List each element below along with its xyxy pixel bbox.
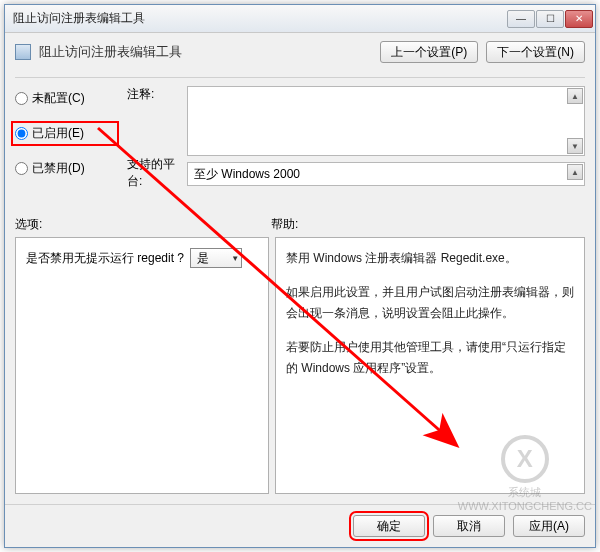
minimize-button[interactable]: — [507,10,535,28]
help-paragraph: 如果启用此设置，并且用户试图启动注册表编辑器，则会出现一条消息，说明设置会阻止此… [286,282,574,325]
options-label: 选项: [15,216,271,233]
help-paragraph: 禁用 Windows 注册表编辑器 Regedit.exe。 [286,248,574,270]
next-setting-button[interactable]: 下一个设置(N) [486,41,585,63]
panes: 是否禁用无提示运行 regedit ? 是 ▼ 禁用 Windows 注册表编辑… [15,237,585,494]
help-label: 帮助: [271,216,298,233]
mid-labels-row: 选项: 帮助: [15,216,585,233]
supported-platform-box: 至少 Windows 2000 ▲ [187,162,585,186]
separator [15,77,585,78]
close-button[interactable]: ✕ [565,10,593,28]
scroll-down-icon[interactable]: ▼ [567,138,583,154]
policy-icon [15,44,31,60]
titlebar: 阻止访问注册表编辑工具 — ☐ ✕ [5,5,595,33]
options-pane: 是否禁用无提示运行 regedit ? 是 ▼ [15,237,269,494]
option-dropdown[interactable]: 是 ▼ [190,248,242,268]
window-title: 阻止访问注册表编辑工具 [13,10,506,27]
radio-not-configured-input[interactable] [15,92,28,105]
state-radios: 未配置(C) 已启用(E) 已禁用(D) [15,86,119,190]
option-row: 是否禁用无提示运行 regedit ? 是 ▼ [26,248,258,268]
comment-textarea[interactable]: ▲ ▼ [187,86,585,156]
help-pane: 禁用 Windows 注册表编辑器 Regedit.exe。 如果启用此设置，并… [275,237,585,494]
option-dropdown-value: 是 [197,250,209,267]
scroll-up-icon[interactable]: ▲ [567,164,583,180]
comment-platform-column: ▲ ▼ 至少 Windows 2000 ▲ [187,86,585,190]
field-labels-column: 注释: 支持的平台: [127,86,179,190]
radio-enabled-input[interactable] [15,127,28,140]
header-row: 阻止访问注册表编辑工具 上一个设置(P) 下一个设置(N) [15,41,585,63]
enabled-highlight: 已启用(E) [11,121,119,146]
help-paragraph: 若要防止用户使用其他管理工具，请使用“只运行指定的 Windows 应用程序”设… [286,337,574,380]
radio-enabled-label: 已启用(E) [32,125,84,142]
dialog-window: 阻止访问注册表编辑工具 — ☐ ✕ 阻止访问注册表编辑工具 上一个设置(P) 下… [4,4,596,548]
dialog-footer: 确定 取消 应用(A) [5,504,595,547]
scroll-up-icon[interactable]: ▲ [567,88,583,104]
radio-disabled-input[interactable] [15,162,28,175]
maximize-button[interactable]: ☐ [536,10,564,28]
apply-button[interactable]: 应用(A) [513,515,585,537]
radio-disabled-label: 已禁用(D) [32,160,85,177]
ok-button[interactable]: 确定 [353,515,425,537]
supported-platform-text: 至少 Windows 2000 [194,166,300,183]
option-question: 是否禁用无提示运行 regedit ? [26,250,184,267]
chevron-down-icon: ▼ [231,254,239,263]
configuration-block: 未配置(C) 已启用(E) 已禁用(D) 注释: 支持的平台: [15,86,585,190]
cancel-button[interactable]: 取消 [433,515,505,537]
radio-enabled[interactable]: 已启用(E) [15,125,115,142]
policy-title: 阻止访问注册表编辑工具 [39,43,182,61]
radio-not-configured[interactable]: 未配置(C) [15,90,119,107]
radio-disabled[interactable]: 已禁用(D) [15,160,119,177]
radio-not-configured-label: 未配置(C) [32,90,85,107]
help-text: 禁用 Windows 注册表编辑器 Regedit.exe。 如果启用此设置，并… [286,248,574,380]
dialog-body: 阻止访问注册表编辑工具 上一个设置(P) 下一个设置(N) 未配置(C) 已启用… [5,33,595,504]
previous-setting-button[interactable]: 上一个设置(P) [380,41,478,63]
window-controls: — ☐ ✕ [506,10,593,28]
platform-label: 支持的平台: [127,156,179,190]
comment-label: 注释: [127,86,179,156]
